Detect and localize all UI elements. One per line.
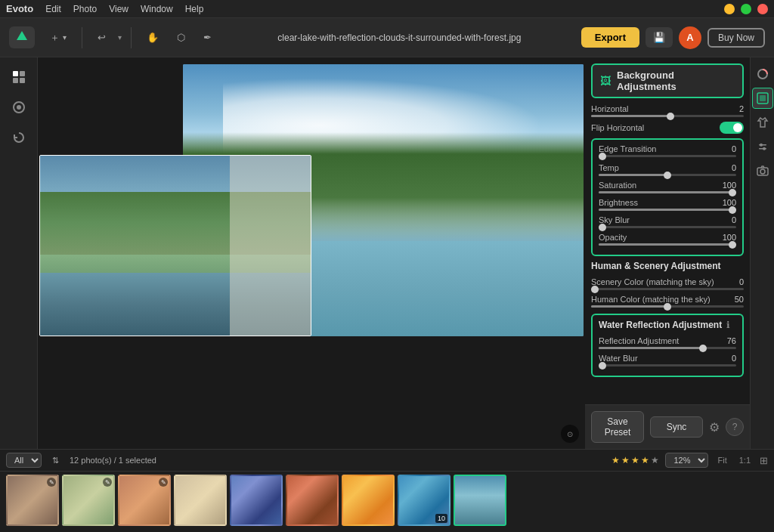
thumbnail-4[interactable] <box>174 475 227 526</box>
edge-transition-slider[interactable] <box>599 155 736 157</box>
filmstrip: ✎ ✎ ✎ 10 <box>0 472 774 529</box>
undo-button[interactable]: ↩ <box>91 27 112 48</box>
bottom-strip: All ⇅ 12 photo(s) / 1 selected ★ ★ ★ ★ ★… <box>0 449 774 532</box>
thumbnail-6[interactable] <box>286 475 339 526</box>
rpanel-background-icon[interactable] <box>752 88 773 109</box>
reflection-label-row: Reflection Adjustment 76 <box>599 336 736 345</box>
background-adjustments-header[interactable]: 🖼 Background Adjustments <box>591 63 744 98</box>
water-blur-slider[interactable] <box>599 364 736 367</box>
star-3[interactable]: ★ <box>631 455 639 466</box>
opacity-slider[interactable] <box>599 243 736 246</box>
thumbnail-7[interactable] <box>342 475 395 526</box>
left-sidebar <box>0 57 38 449</box>
scenery-color-thumb[interactable] <box>591 286 599 293</box>
canvas-area: ⊙ <box>38 57 585 449</box>
overlay-image <box>39 155 311 336</box>
human-color-slider[interactable] <box>591 305 744 308</box>
thumb-edit-icon-1: ✎ <box>47 478 56 487</box>
logo-icon <box>15 29 29 43</box>
temp-label: Temp <box>599 163 619 172</box>
brush-tool-button[interactable]: ✒ <box>197 27 218 48</box>
toolbar-divider-2 <box>131 27 132 48</box>
star-2[interactable]: ★ <box>621 455 630 466</box>
sync-button[interactable]: Sync <box>650 416 703 438</box>
brightness-label-row: Brightness 100 <box>599 198 736 207</box>
filter-select[interactable]: All <box>6 453 42 468</box>
horizontal-thumb[interactable] <box>667 113 674 120</box>
help-button[interactable]: ? <box>726 418 744 436</box>
svg-rect-2 <box>20 71 25 76</box>
menu-photo[interactable]: Photo <box>73 4 97 14</box>
brightness-slider[interactable] <box>599 209 736 211</box>
horizontal-slider[interactable] <box>591 115 744 117</box>
hand-tool-button[interactable]: ✋ <box>141 27 165 48</box>
user-avatar[interactable]: A <box>679 26 701 49</box>
thumbnail-8[interactable]: 10 <box>398 475 450 526</box>
thumbnail-5[interactable] <box>230 475 283 526</box>
save-preset-button[interactable]: Save Preset <box>591 411 644 443</box>
sky-blur-thumb[interactable] <box>599 224 606 231</box>
reflection-label: Reflection Adjustment <box>599 336 679 345</box>
crop-tool-button[interactable]: ⬡ <box>171 27 191 48</box>
flip-horizontal-toggle[interactable] <box>720 122 744 134</box>
sidebar-item-gallery[interactable] <box>5 63 33 91</box>
menu-edit[interactable]: Edit <box>45 4 61 14</box>
human-color-thumb[interactable] <box>664 303 671 311</box>
saturation-thumb[interactable] <box>729 189 736 196</box>
edge-transition-label-row: Edge Transition 0 <box>599 144 736 153</box>
close-button[interactable]: × <box>757 4 768 14</box>
buy-now-button[interactable]: Buy Now <box>707 28 765 48</box>
adjust-icon <box>11 100 26 115</box>
sky-blur-slider[interactable] <box>599 226 736 228</box>
thumbnail-9[interactable] <box>454 475 506 526</box>
grid-view-button[interactable]: ⊞ <box>760 455 768 466</box>
settings-button[interactable]: ⚙ <box>709 420 720 435</box>
rpanel-adjust-icon[interactable] <box>752 136 773 157</box>
opacity-thumb[interactable] <box>729 241 736 249</box>
reflection-slider[interactable] <box>599 347 736 349</box>
zoom-select[interactable]: 12% <box>665 453 708 468</box>
reflection-thumb[interactable] <box>699 345 707 352</box>
new-button[interactable]: ＋ ▾ <box>44 26 73 49</box>
reflection-value: 76 <box>727 336 736 345</box>
rpanel-clothes-icon[interactable] <box>752 112 773 133</box>
rpanel-color-icon[interactable] <box>752 63 773 85</box>
sort-button[interactable]: ⇅ <box>48 454 63 467</box>
saturation-label-row: Saturation 100 <box>599 181 736 190</box>
undo-chevron: ▾ <box>118 33 122 42</box>
maximize-button[interactable]: □ <box>741 4 751 14</box>
water-blur-thumb[interactable] <box>599 362 606 370</box>
thumbnail-2[interactable]: ✎ <box>62 475 115 526</box>
edge-transition-thumb[interactable] <box>599 153 606 160</box>
ratio-button[interactable]: 1:1 <box>736 454 754 466</box>
rpanel-camera-icon[interactable] <box>752 160 773 181</box>
save-icon-button[interactable]: 💾 <box>646 27 673 48</box>
temp-thumb[interactable] <box>664 172 671 179</box>
sidebar-item-history[interactable] <box>5 124 33 151</box>
opacity-value: 100 <box>723 233 736 242</box>
export-button[interactable]: Export <box>581 27 639 48</box>
menu-window[interactable]: Window <box>141 4 173 14</box>
adj-panel: 🖼 Background Adjustments Horizontal 2 <box>585 57 750 404</box>
sidebar-item-adjust[interactable] <box>5 94 33 121</box>
star-4[interactable]: ★ <box>641 455 649 466</box>
brightness-thumb[interactable] <box>729 206 736 214</box>
thumbnail-3[interactable]: ✎ <box>118 475 171 526</box>
star-5[interactable]: ★ <box>651 455 659 466</box>
fit-button[interactable]: Fit <box>714 454 729 466</box>
edge-transition-value: 0 <box>732 144 736 153</box>
scenery-color-slider[interactable] <box>591 288 744 290</box>
star-1[interactable]: ★ <box>611 455 620 466</box>
menu-view[interactable]: View <box>109 4 128 14</box>
gallery-icon <box>11 70 26 85</box>
svg-rect-3 <box>13 78 18 83</box>
temp-slider[interactable] <box>599 174 736 176</box>
thumbnail-1[interactable]: ✎ <box>6 475 59 526</box>
menu-help[interactable]: Help <box>185 4 204 14</box>
thumb-badge-8: 10 <box>435 514 447 523</box>
opacity-label: Opacity <box>599 233 627 242</box>
saturation-slider[interactable] <box>599 191 736 193</box>
minimize-button[interactable]: − <box>724 4 735 14</box>
canvas-settings-button[interactable]: ⊙ <box>561 425 579 443</box>
water-blur-value: 0 <box>732 354 736 363</box>
